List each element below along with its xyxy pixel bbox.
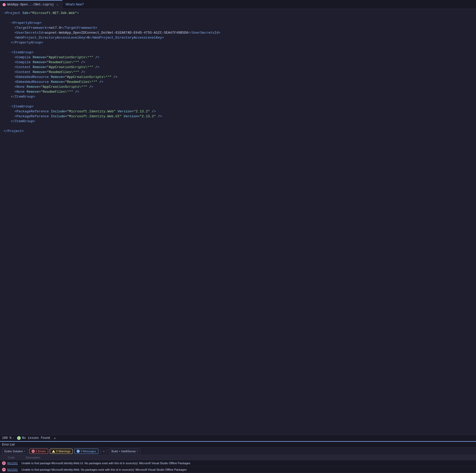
error-list-title: Error List [2, 443, 15, 446]
code-line [0, 124, 476, 129]
collapse-icon[interactable]: − [7, 105, 11, 108]
funnel-icon: ⊘ [103, 449, 105, 453]
error-description-1: Unable to find package Microsoft.Identit… [21, 462, 474, 465]
code-line: <Compile Remove="AppCreationScripts\**" … [0, 55, 476, 60]
collapse-icon[interactable]: − [7, 50, 11, 54]
code-line: <None Remove="AppCreationScripts\**" /> [0, 85, 476, 90]
errors-filter-button[interactable]: ✕ 2 Errors [29, 449, 48, 454]
error-table-header: Code Description [0, 455, 476, 460]
code-line: </Project> [0, 129, 476, 134]
zoom-value: 100 % [2, 436, 11, 440]
tab-whatsnew-label: What's New? [65, 3, 84, 6]
toolbar-separator-2 [107, 449, 107, 454]
code-line: </PropertyGroup> [0, 41, 476, 46]
code-line: </ItemGroup> [0, 95, 476, 100]
description-col-header: Description [26, 456, 474, 459]
scroll-right-button[interactable]: ▶ [53, 436, 57, 440]
error-list-panel: Error List Entire Solution ▾ ✕ 2 Errors … [0, 441, 476, 473]
error-list-header: Error List [0, 442, 476, 448]
code-line: <PackageReference Include="Microsoft.Ide… [0, 114, 476, 119]
code-line: <None Remove="ReadmeFiles\**" /> [0, 90, 476, 95]
code-line: <EmbeddedResource Remove="ReadmeFiles\**… [0, 80, 476, 85]
error-code-2[interactable]: NU1101 [7, 468, 21, 471]
error-icon: ✕ [32, 450, 35, 453]
code-line: <Content Remove="AppCreationScripts\**" … [0, 65, 476, 70]
error-row-1[interactable]: ✕ NU1101 Unable to find package Microsof… [0, 460, 476, 467]
error-row-2[interactable]: ✕ NU1101 Unable to find package Microsof… [0, 467, 476, 473]
code-line: − <Project Sdk="Microsoft.NET.Sdk.Web"> [0, 11, 476, 16]
code-line: − <ItemGroup> [0, 50, 476, 55]
tab-close-button[interactable]: ✕ [55, 3, 60, 7]
error-list-toolbar: Entire Solution ▾ ✕ 2 Errors 0 Warnings … [0, 448, 476, 455]
warnings-label: 0 Warnings [56, 450, 70, 453]
code-line: <WebProject_DirectoryAccessLevelKey>0</W… [0, 36, 476, 41]
messages-filter-button[interactable]: i 0 Messages [74, 449, 98, 454]
build-dropdown[interactable]: Build + IntelliSense ▾ [109, 449, 140, 454]
scope-dropdown[interactable]: Entire Solution ▾ [2, 449, 28, 454]
code-col-header: Code [8, 456, 26, 459]
build-label: Build + IntelliSense [111, 450, 136, 453]
error-code-1[interactable]: NU1101 [7, 462, 21, 465]
messages-label: 0 Messages [81, 450, 96, 453]
code-line: <Compile Remove="ReadmeFiles\**" /> [0, 60, 476, 65]
build-dropdown-arrow: ▾ [137, 450, 138, 453]
code-line [0, 16, 476, 21]
code-line: − <ItemGroup> [0, 105, 476, 110]
code-line: <TargetFramework>net7.0</TargetFramework… [0, 26, 476, 31]
zoom-level[interactable]: 100 % ▾ [2, 436, 14, 440]
tab-bar: WebApp-Open...tNet.csproj ✕ What's New? [0, 0, 476, 9]
check-icon: ✓ [17, 436, 21, 440]
error-description-2: Unable to find package Microsoft.Identit… [21, 468, 474, 471]
tab-label: WebApp-Open...tNet.csproj [7, 3, 54, 6]
scope-dropdown-arrow: ▾ [24, 450, 25, 453]
warnings-filter-button[interactable]: 0 Warnings [50, 449, 73, 454]
error-icon-2: ✕ [2, 468, 6, 471]
scope-label: Entire Solution [4, 450, 23, 453]
code-line: <PackageReference Include="Microsoft.Ide… [0, 110, 476, 114]
error-icon-1: ✕ [2, 461, 6, 465]
issues-label: No issues found [22, 436, 50, 440]
warning-icon [52, 450, 55, 453]
code-line: <UserSecretsId>aspnet-WebApp_OpenIDConne… [0, 31, 476, 36]
code-line: </ItemGroup> [0, 119, 476, 124]
code-line: − <PropertyGroup> [0, 21, 476, 26]
file-icon [3, 3, 6, 6]
tab-whatsnew[interactable]: What's New? [62, 0, 87, 9]
zoom-dropdown-icon: ▾ [12, 436, 14, 440]
code-line [0, 46, 476, 50]
editor-area: − <Project Sdk="Microsoft.NET.Sdk.Web"> … [0, 9, 476, 435]
status-bar: 100 % ▾ ✓ No issues found ▶ [0, 435, 476, 441]
code-line [0, 100, 476, 105]
toolbar-separator [100, 449, 101, 454]
message-icon: i [77, 450, 80, 453]
issues-status: ✓ No issues found [17, 436, 50, 440]
code-line: <EmbeddedResource Remove="AppCreationScr… [0, 75, 476, 80]
code-line: <Content Remove="ReadmeFiles\**" /> [0, 70, 476, 75]
errors-label: 2 Errors [36, 450, 46, 453]
collapse-icon[interactable]: − [0, 11, 4, 15]
tab-csproj[interactable]: WebApp-Open...tNet.csproj ✕ [0, 0, 62, 9]
code-container[interactable]: − <Project Sdk="Microsoft.NET.Sdk.Web"> … [0, 9, 476, 435]
collapse-icon[interactable]: − [7, 21, 11, 25]
